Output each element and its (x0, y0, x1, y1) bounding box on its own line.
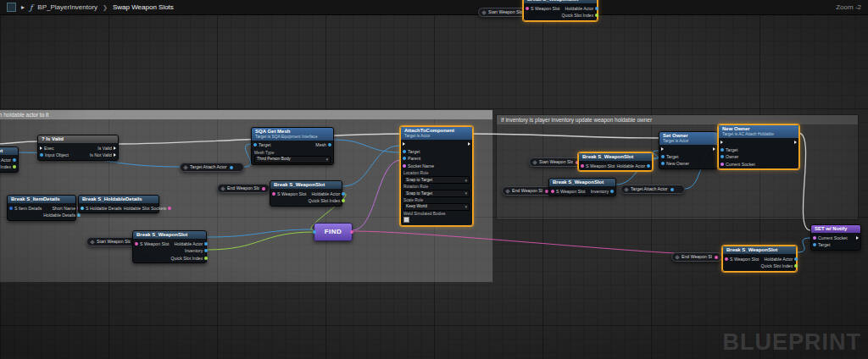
obj-pin[interactable] (721, 155, 724, 158)
pin-label: Holdable Actor (312, 191, 341, 196)
set-owner[interactable]: Set OwnerTarget is ActorTargetNew Owner (659, 131, 718, 169)
break-s-weaponslot-b[interactable]: Break S_WeaponSlotS Weapon SlotHoldable … (132, 230, 207, 263)
pin-label: Inventory (185, 248, 203, 253)
obj-pin[interactable] (13, 158, 16, 162)
break-s-weaponslot-e[interactable]: Break S_WeaponSlotS Weapon SlotHoldable … (722, 246, 797, 272)
obj-pin[interactable] (610, 190, 614, 193)
name-pin[interactable] (813, 236, 816, 240)
obj-pin[interactable] (661, 162, 665, 165)
name-pin[interactable] (403, 164, 406, 168)
obj-pin[interactable] (328, 143, 331, 146)
struct-pin[interactable] (551, 190, 554, 193)
dropdown-select[interactable]: Third Person Body▾ (254, 156, 331, 163)
obj-pin[interactable] (204, 242, 208, 246)
node-title: Break S_WeaponSlot (0, 147, 18, 155)
break-s-weaponslot-c[interactable]: Break S_WeaponSlotS Weapon SlotHoldable … (578, 152, 653, 171)
obj-pin[interactable] (670, 188, 674, 191)
struct-pin[interactable] (272, 192, 275, 196)
new-owner[interactable]: New OwnerTarget is AC Attach HoldableTar… (718, 124, 799, 169)
structb-pin[interactable] (9, 207, 13, 210)
structlb-pin[interactable] (81, 207, 84, 210)
obj-pin[interactable] (647, 164, 650, 168)
obj-pin[interactable] (313, 230, 316, 234)
end-weapon-slot-pill-right[interactable]: End Weapon Slot L (502, 186, 553, 196)
break-partial-left[interactable]: Break S_WeaponSlotHoldable ActorQuick Sl… (0, 146, 19, 173)
obj-pin[interactable] (230, 166, 233, 169)
attach-to-component[interactable]: AttachToComponentTarget is ActorTargetPa… (400, 126, 473, 226)
int-pin[interactable] (13, 165, 16, 168)
node-title-text: Break S_WeaponSlot (136, 232, 187, 237)
reroute-label: End Weapon Slot L (682, 254, 712, 259)
exec-pin[interactable] (794, 141, 797, 144)
pin-label: Holdable Actor (565, 6, 594, 11)
input-pins: TargetOwnerCurrent Socket (721, 140, 755, 168)
target-attach-actor-pill-right[interactable]: Target Attach Actor (620, 185, 685, 194)
input-pins: S Holdable Details (81, 205, 122, 211)
set-w-notify[interactable]: SET w/ NotifyCurrent SocketTarget (810, 224, 861, 251)
sqa-get-mesh[interactable]: SQA Get MeshTarget is SQA Equipment Inte… (251, 127, 334, 165)
struct-pin[interactable] (350, 230, 353, 234)
break-s-itemdetails[interactable]: Break S_ItemDetailsS Item DetailsShort N… (7, 195, 76, 221)
obj-pin[interactable] (595, 7, 598, 10)
obj-pin[interactable] (204, 249, 208, 252)
node-body: S Weapon SlotHoldable ActorQuick Slot In… (524, 3, 597, 20)
end-weapon-slot-pill-bottom[interactable]: End Weapon Slot L (671, 252, 722, 262)
pin-label: S Weapon Slot (556, 189, 586, 194)
break-s-holdabledetails[interactable]: Break S_HoldableDetailsS Holdable Detail… (78, 195, 159, 213)
structlb-pin[interactable] (77, 213, 81, 217)
break-s-weaponslot-top[interactable]: Break S_WeaponSlotS Weapon SlotHoldable … (523, 0, 598, 21)
struct-pin[interactable] (526, 7, 529, 10)
start-weapon-slot-pill-right[interactable]: Start Weapon Slot L (529, 157, 583, 167)
checkbox-label: Weld Simulated Bodies (403, 212, 470, 217)
struct-pin[interactable] (725, 257, 728, 261)
find-node[interactable]: FIND (314, 223, 353, 241)
node-title-text: Break S_WeaponSlot (0, 148, 3, 153)
obj-pin[interactable] (342, 192, 345, 196)
name-pin[interactable] (721, 163, 724, 166)
exec-pin[interactable] (468, 142, 470, 146)
end-weapon-slot-pill-left[interactable]: End Weapon Slot L (217, 184, 270, 193)
dropdown-select[interactable]: Snap to Target▾ (403, 176, 470, 184)
dropdown-select[interactable]: Snap to Target▾ (403, 190, 470, 197)
checkbox[interactable] (403, 217, 409, 223)
obj-pin[interactable] (403, 157, 406, 160)
obj-pin[interactable] (403, 150, 406, 153)
is-valid[interactable]: ? Is ValidExecInput ObjectIs ValidIs Not… (37, 135, 119, 161)
exec-pin[interactable] (713, 147, 715, 151)
obj-pin[interactable] (813, 243, 816, 246)
exec-pin[interactable] (114, 146, 116, 150)
widget-label: Mesh Type (254, 151, 331, 156)
int-pin[interactable] (204, 257, 208, 260)
obj-pin[interactable] (661, 155, 665, 158)
obj-pin[interactable] (794, 257, 798, 261)
struct-pin[interactable] (715, 256, 718, 259)
int-pin[interactable] (794, 264, 798, 268)
exec-pin[interactable] (114, 153, 116, 157)
struct-pin[interactable] (135, 242, 138, 246)
exec-pin[interactable] (721, 141, 723, 144)
struct-pin[interactable] (262, 187, 265, 191)
int-pin[interactable] (342, 199, 345, 202)
struct-pin[interactable] (168, 207, 171, 210)
obj-pin[interactable] (253, 143, 257, 146)
exec-pin[interactable] (661, 147, 664, 151)
break-s-weaponslot-d[interactable]: Break S_WeaponSlotS Weapon SlotInventory (548, 178, 616, 196)
dropdown-select[interactable]: Keep World▾ (403, 203, 470, 211)
pin-row: Short Name (52, 205, 81, 211)
int-pin[interactable] (595, 14, 598, 17)
output-pins: Holdable ActorQuick Slot Index (562, 5, 599, 19)
target-attach-actor-pill-left[interactable]: Target Attach Actor (180, 163, 244, 172)
struct-pin[interactable] (581, 164, 584, 168)
exec-pin[interactable] (40, 146, 42, 150)
obj-pin[interactable] (721, 148, 724, 152)
break-s-weaponslot-a[interactable]: Break S_WeaponSlotS Weapon SlotHoldable … (270, 180, 342, 207)
reroute-label: End Weapon Slot L (227, 185, 259, 191)
pin-row (661, 146, 689, 152)
pin-row (721, 140, 755, 146)
checkbox-row: Weld Simulated Bodies (403, 212, 470, 224)
reroute-diamond-icon (183, 165, 188, 170)
exec-pin[interactable] (856, 236, 859, 240)
obj-pin[interactable] (40, 153, 43, 157)
exec-pin[interactable] (403, 142, 405, 146)
graph-canvas[interactable]: Attach holdable actor to itIf inventory … (0, 0, 868, 359)
